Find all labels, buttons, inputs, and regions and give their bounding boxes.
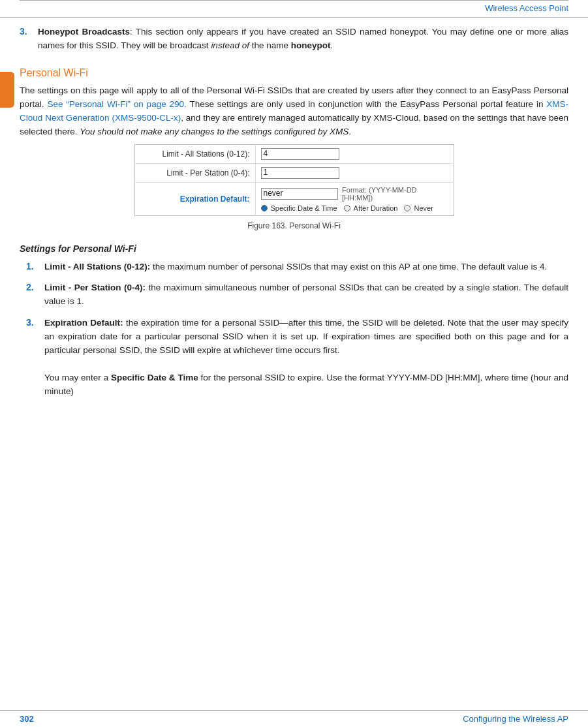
- settings-content-2: Limit - Per Station (0-4): the maximum s…: [44, 281, 568, 309]
- fig-format-hint: Format: (YYYY-MM-DD [HH:MM]): [342, 186, 448, 202]
- settings-item-3: 3. Expiration Default: the expiration ti…: [26, 317, 568, 399]
- footer-chapter: Configuring the Wireless AP: [463, 714, 568, 724]
- item-number-3: 3.: [20, 25, 38, 58]
- settings-title-1: Limit - All Stations (0-12):: [44, 262, 150, 271]
- figure-container: Limit - All Stations (0-12): 4 Limit - P…: [20, 144, 568, 233]
- personal-wifi-para1: The settings on this page will apply to …: [20, 84, 568, 139]
- settings-title-3: Expiration Default:: [44, 318, 123, 328]
- honeypot-text2: the name: [249, 40, 291, 50]
- para1-italic: You should not make any changes to the s…: [80, 127, 348, 136]
- radio-never[interactable]: Never: [404, 204, 433, 212]
- item-honeypot: 3. Honeypot Broadcasts: This section onl…: [20, 25, 568, 58]
- figure-row-2: Limit - Per Station (0-4): 1: [134, 163, 454, 182]
- main-content: 3. Honeypot Broadcasts: This section onl…: [0, 18, 588, 414]
- fig-expiry-input[interactable]: never: [261, 188, 339, 200]
- settings-heading: Settings for Personal Wi-Fi: [20, 243, 568, 254]
- fig-row2-input[interactable]: 1: [261, 167, 339, 179]
- settings-para2-bold: Specific Date & Time: [111, 373, 198, 382]
- settings-item-2: 2. Limit - Per Station (0-4): the maximu…: [26, 281, 568, 309]
- radio-specific-dot: [261, 205, 268, 211]
- header-title: Wireless Access Point: [485, 3, 568, 13]
- honeypot-text3: .: [330, 40, 333, 50]
- settings-text-3: the expiration time for a personal SSID—…: [44, 318, 568, 355]
- fig-row2-value: 1: [255, 163, 454, 182]
- fig-row2-label: Limit - Per Station (0-4):: [134, 163, 255, 182]
- radio-specific-label: Specific Date & Time: [271, 204, 337, 212]
- footer-page-number: 302: [20, 714, 34, 724]
- radio-duration-label: After Duration: [354, 204, 398, 212]
- settings-content-3: Expiration Default: the expiration time …: [44, 317, 568, 399]
- settings-content-1: Limit - All Stations (0-12): the maximum…: [44, 260, 568, 274]
- radio-after-duration[interactable]: After Duration: [344, 204, 398, 212]
- page-container: Wireless Access Point 3. Honeypot Broadc…: [0, 0, 588, 727]
- expiry-radio-row: Specific Date & Time After Duration Neve…: [261, 204, 448, 212]
- radio-duration-dot: [344, 205, 350, 211]
- radio-never-dot: [404, 205, 410, 211]
- fig-row1-label: Limit - All Stations (0-12):: [134, 144, 255, 163]
- fig-row3-label: Expiration Default:: [134, 182, 255, 215]
- page-footer: 302 Configuring the Wireless AP: [0, 710, 588, 727]
- settings-number-3: 3.: [26, 317, 44, 399]
- honeypot-title: Honeypot Broadcasts: [38, 27, 130, 37]
- settings-number-1: 1.: [26, 260, 44, 274]
- para1-cont: These settings are only used in conjunct…: [187, 99, 546, 109]
- fig-row1-value: 4: [255, 144, 454, 163]
- honeypot-italic: instead of: [211, 40, 249, 50]
- para1-link[interactable]: See “Personal Wi-Fi” on page 290.: [47, 99, 186, 109]
- item-honeypot-content: Honeypot Broadcasts: This section only a…: [38, 25, 568, 53]
- settings-para2-start: You may enter a: [44, 373, 111, 382]
- page-header: Wireless Access Point: [0, 1, 588, 18]
- section-heading-personal-wifi: Personal Wi-Fi: [20, 67, 568, 79]
- orange-tab: [0, 72, 14, 108]
- settings-item-1: 1. Limit - All Stations (0-12): the maxi…: [26, 260, 568, 274]
- settings-number-2: 2.: [26, 281, 44, 309]
- radio-specific-date[interactable]: Specific Date & Time: [261, 204, 337, 212]
- figure-caption: Figure 163. Personal Wi-Fi: [247, 221, 341, 230]
- honeypot-bold: honeypot: [291, 40, 331, 50]
- expiry-section: never Format: (YYYY-MM-DD [HH:MM]) Speci…: [261, 186, 448, 212]
- expiry-top-row: never Format: (YYYY-MM-DD [HH:MM]): [261, 186, 448, 202]
- settings-text-1: the maximum number of personal SSIDs tha…: [150, 262, 547, 271]
- para1-end: .: [348, 127, 351, 136]
- figure-row-3: Expiration Default: never Format: (YYYY-…: [134, 182, 454, 215]
- settings-list: 1. Limit - All Stations (0-12): the maxi…: [26, 260, 568, 399]
- figure-table: Limit - All Stations (0-12): 4 Limit - P…: [134, 144, 454, 216]
- fig-row3-value: never Format: (YYYY-MM-DD [HH:MM]) Speci…: [255, 182, 454, 215]
- fig-row1-input[interactable]: 4: [261, 148, 339, 160]
- figure-row-1: Limit - All Stations (0-12): 4: [134, 144, 454, 163]
- settings-title-2: Limit - Per Station (0-4):: [44, 283, 146, 292]
- radio-never-label: Never: [414, 204, 433, 212]
